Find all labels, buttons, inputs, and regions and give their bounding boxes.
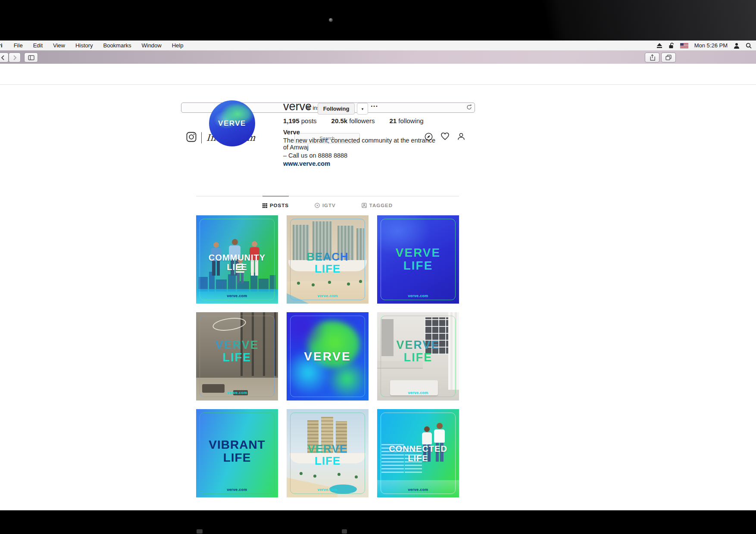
stat-following[interactable]: 21 following xyxy=(389,117,423,124)
avatar-text: VERVE xyxy=(218,119,246,128)
profile-bio: Verve The new vibrant, connected communi… xyxy=(283,129,438,168)
post-thumbnail-vibrant-life[interactable]: VIBRANT LIFE verve.com xyxy=(196,409,278,497)
menu-edit[interactable]: Edit xyxy=(28,42,48,49)
profile-username: verve xyxy=(283,100,312,113)
post-watermark: verve.com xyxy=(196,391,278,395)
dock-mark xyxy=(342,529,347,534)
post-title-line: VERVE xyxy=(377,246,459,259)
post-title-line: LIFE xyxy=(287,263,369,275)
menu-history[interactable]: History xyxy=(70,42,98,49)
following-dropdown-button[interactable]: ▾ xyxy=(357,103,368,115)
instagram-nav-bar: Instagram xyxy=(0,64,756,85)
post-thumbnail-verve-life-towers[interactable]: VERVE LIFE verve.com xyxy=(287,409,369,497)
post-thumbnail-verve-fluid[interactable]: VERVE xyxy=(287,312,369,400)
back-button[interactable] xyxy=(0,53,9,62)
unlock-icon[interactable] xyxy=(669,43,674,49)
user-icon[interactable] xyxy=(734,43,740,49)
post-title-line: BEACH xyxy=(287,251,369,263)
bio-line-1: The new vibrant, connected community at … xyxy=(283,137,438,151)
post-thumbnail-verve-life-interior[interactable]: VERVE LIFE verve.com xyxy=(377,312,459,400)
bio-line-2: – Call us on 8888 8888 xyxy=(283,152,438,159)
bio-website-link[interactable]: www.verve.com xyxy=(283,161,438,168)
grid-icon xyxy=(262,203,267,208)
post-title-line: CONNECTED xyxy=(377,444,459,454)
post-thumbnail-beach-life[interactable]: BEACH LIFE verve.com xyxy=(287,215,369,304)
brand-divider xyxy=(201,132,202,143)
post-title-line: VERVE xyxy=(196,339,278,351)
post-watermark: verve.com xyxy=(287,294,369,298)
post-title-line: VERVE xyxy=(377,339,459,351)
stat-posts: 1,195 posts xyxy=(283,117,317,124)
more-options-button[interactable]: ... xyxy=(371,100,378,109)
post-title-line: LIFE xyxy=(377,351,459,364)
post-title-line: LIFE xyxy=(377,454,459,463)
post-thumbnail-verve-life-blue[interactable]: VERVE LIFE verve.com xyxy=(377,215,459,304)
tab-tagged[interactable]: TAGGED xyxy=(362,196,393,208)
screen: ri File Edit View History Bookmarks Wind… xyxy=(0,0,756,534)
post-title-line: COMMUNITY xyxy=(196,253,278,263)
tab-overview-button[interactable] xyxy=(661,53,676,62)
app-menu-safari[interactable]: ri xyxy=(0,42,3,49)
post-title-line: LIFE xyxy=(196,351,278,364)
menu-help[interactable]: Help xyxy=(167,42,189,49)
following-button[interactable]: Following xyxy=(318,103,355,115)
desktop-bottom-bar xyxy=(0,510,756,534)
post-title-line: LIFE xyxy=(287,455,369,467)
post-title-line: VERVE xyxy=(287,350,369,363)
menu-bookmarks[interactable]: Bookmarks xyxy=(98,42,136,49)
webcam-dot xyxy=(329,18,333,22)
input-source-flag-icon[interactable] xyxy=(680,43,688,48)
post-thumbnail-community-life[interactable]: COMMUNITY LIFE verve.com xyxy=(196,215,278,304)
post-thumbnail-connected-life[interactable]: CONNECTED LIFE verve.com xyxy=(377,409,459,497)
forward-button[interactable] xyxy=(9,53,21,62)
post-watermark: verve.com xyxy=(196,294,278,298)
menu-bar: ri File Edit View History Bookmarks Wind… xyxy=(0,40,756,51)
tab-igtv[interactable]: IGTV xyxy=(315,196,336,208)
post-title-line: LIFE xyxy=(196,451,278,464)
sidebar-toggle-button[interactable] xyxy=(24,53,38,62)
share-button[interactable] xyxy=(645,53,659,62)
igtv-icon xyxy=(315,203,320,208)
desktop-top-bar xyxy=(0,0,756,40)
bio-display-name: Verve xyxy=(283,129,438,136)
post-watermark: verve.com xyxy=(287,487,369,492)
menu-clock[interactable]: Mon 5:26 PM xyxy=(694,42,728,49)
post-watermark: verve.com xyxy=(377,487,459,492)
tab-igtv-label: IGTV xyxy=(322,203,336,208)
tab-posts[interactable]: POSTS xyxy=(262,196,289,208)
spotlight-search-icon[interactable] xyxy=(746,43,752,49)
post-watermark: verve.com xyxy=(377,294,459,298)
instagram-glyph-icon[interactable] xyxy=(186,132,197,144)
post-watermark: verve.com xyxy=(196,487,278,492)
eject-icon[interactable] xyxy=(656,43,662,48)
menu-file[interactable]: File xyxy=(9,42,28,49)
profile-person-icon[interactable] xyxy=(457,133,465,143)
post-thumbnail-verve-life-lobby[interactable]: VERVE LIFE verve.com xyxy=(196,312,278,400)
post-title-line: LIFE xyxy=(196,263,278,272)
activity-heart-icon[interactable] xyxy=(441,133,449,143)
profile-avatar[interactable]: VERVE xyxy=(209,100,255,146)
tab-tagged-label: TAGGED xyxy=(369,203,393,208)
menu-window[interactable]: Window xyxy=(136,42,166,49)
profile-stats: 1,195 posts 20.5k followers 21 following xyxy=(283,117,424,124)
post-title-line: VERVE xyxy=(287,443,369,455)
tab-posts-label: POSTS xyxy=(270,203,289,208)
post-watermark: verve.com xyxy=(377,391,459,395)
profile-tabs: POSTS IGTV TAGGED xyxy=(196,196,459,208)
stat-followers[interactable]: 20.5k followers xyxy=(331,117,375,124)
dock-mark xyxy=(197,529,203,534)
reload-icon[interactable] xyxy=(466,104,472,112)
browser-toolbar: instagram.com xyxy=(0,50,756,64)
post-title-line: VIBRANT xyxy=(196,438,278,451)
post-title-line: LIFE xyxy=(377,259,459,272)
menu-view[interactable]: View xyxy=(48,42,70,49)
tagged-icon xyxy=(362,203,367,208)
